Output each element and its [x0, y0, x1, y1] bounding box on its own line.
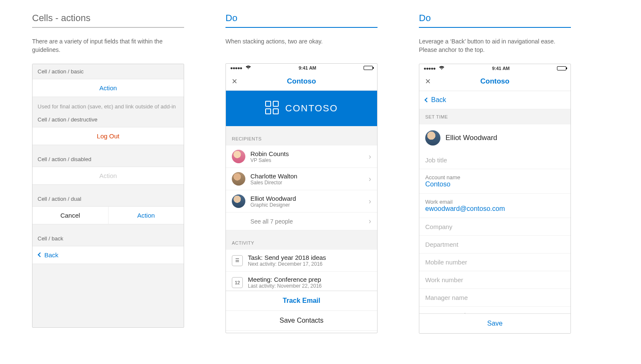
action-dual: Cancel Action: [33, 206, 184, 224]
see-all-label: See all 7 people: [250, 218, 364, 225]
avatar: [425, 130, 440, 146]
battery-icon: [557, 66, 566, 70]
task-icon: ☰: [232, 255, 243, 266]
chevron-right-icon: ›: [369, 175, 371, 183]
signal-icon: ●●●●●: [424, 66, 435, 71]
recipient-row[interactable]: Robin Counts VP Sales ›: [226, 146, 377, 168]
field-placeholder: Work number: [425, 276, 565, 283]
recipient-row[interactable]: Elliot Woodward Graphic Designer ›: [226, 190, 377, 213]
phone-mock-1: ●●●●● 9:41 AM × Contoso CONTOSO: [225, 63, 378, 333]
field-placeholder: Department: [425, 241, 565, 248]
form-field[interactable]: Job title: [419, 151, 570, 169]
helper-text: Used for final action (save, etc) and li…: [33, 97, 184, 116]
brand-banner: CONTOSO: [226, 91, 377, 126]
avatar: [232, 150, 245, 163]
field-label: Work email: [425, 199, 565, 205]
col2-desc: When stacking actions, two are okay.: [225, 37, 378, 54]
save-contacts-button[interactable]: Save Contacts: [226, 311, 377, 331]
cells-panel: Cell / action / basic Action Used for fi…: [32, 64, 184, 328]
cells-actions-column: Cells - actions There are a variety of i…: [32, 13, 184, 334]
chevron-left-icon: [424, 97, 429, 102]
activity-sub: Last activity: November 22, 2016: [248, 283, 371, 289]
section-activity: ACTIVITY: [226, 230, 377, 250]
nav-title: Contoso: [481, 77, 510, 86]
label-basic: Cell / action / basic: [33, 64, 184, 79]
save-button[interactable]: Save: [419, 313, 570, 333]
nav-bar: × Contoso: [226, 72, 377, 91]
avatar: [232, 172, 245, 186]
chevron-right-icon: ›: [369, 197, 371, 206]
col1-title: Cells - actions: [32, 13, 184, 27]
col2-title: Do: [225, 13, 378, 27]
status-bar: ●●●●● 9:41 AM: [419, 64, 570, 73]
field-value: ewoodward@contoso.com: [425, 205, 565, 213]
recipient-role: Graphic Designer: [250, 202, 364, 208]
person-name: Elliot Woodward: [445, 134, 497, 142]
calendar-icon: 12: [232, 277, 243, 288]
activity-row[interactable]: ☰ Task: Send year 2018 ideas Next activi…: [226, 250, 377, 272]
close-icon[interactable]: ×: [425, 77, 431, 86]
action-basic[interactable]: Action: [33, 79, 184, 97]
dual-cancel[interactable]: Cancel: [33, 207, 109, 224]
chevron-right-icon: ›: [369, 152, 371, 161]
form-field[interactable]: Account nameContoso: [419, 169, 570, 194]
status-bar: ●●●●● 9:41 AM: [226, 64, 377, 72]
section-recipients: RECIPIENTS: [226, 126, 377, 146]
activity-title: Task: Send year 2018 ideas: [248, 254, 371, 261]
form-field[interactable]: Work number: [419, 271, 570, 289]
do-back-button-column: Do Leverage a ‘Back’ button to aid in na…: [419, 13, 571, 334]
field-value: Contoso: [425, 181, 565, 188]
col1-desc: There are a variety of input fields that…: [32, 37, 184, 54]
brand-logo-icon: [265, 101, 280, 116]
nav-title: Contoso: [287, 77, 316, 86]
phone-mock-2: ●●●●● 9:41 AM × Contoso Back SET TIME: [419, 64, 571, 334]
action-destructive[interactable]: Log Out: [33, 127, 184, 145]
label-destructive: Cell / action / destructive: [33, 116, 184, 127]
see-all-row[interactable]: See all 7 people ›: [226, 213, 377, 230]
person-row: Elliot Woodward: [419, 124, 570, 151]
recipient-name: Elliot Woodward: [250, 195, 364, 202]
form-field[interactable]: Manager name: [419, 289, 570, 307]
back-row[interactable]: Back: [419, 91, 570, 109]
stacked-actions: Track Email Save Contacts: [226, 291, 377, 331]
recipient-name: Robin Counts: [250, 150, 364, 157]
signal-icon: ●●●●●: [230, 65, 242, 70]
chevron-left-icon: [38, 253, 42, 257]
chevron-right-icon: ›: [369, 217, 371, 226]
form-field[interactable]: Department: [419, 236, 570, 253]
close-icon[interactable]: ×: [232, 77, 237, 86]
field-placeholder: Job title: [425, 156, 565, 164]
avatar: [232, 194, 245, 208]
status-time: 9:41 AM: [299, 65, 316, 70]
brand-text: CONTOSO: [285, 103, 338, 114]
field-placeholder: Mobile number: [425, 259, 565, 266]
label-back: Cell / back: [33, 224, 184, 246]
label-dual: Cell / action / dual: [33, 185, 184, 206]
field-label: Account name: [425, 174, 565, 181]
field-placeholder: Manager name: [425, 294, 565, 301]
field-placeholder: Company: [425, 223, 565, 230]
activity-sub: Next activity: December 17, 2016: [248, 261, 371, 267]
wifi-icon: [439, 66, 445, 71]
label-disabled: Cell / action / disabled: [33, 145, 184, 167]
back-label: Back: [431, 96, 446, 104]
do-stacked-actions-column: Do When stacking actions, two are okay. …: [225, 13, 378, 334]
form-field[interactable]: Work emailewoodward@contoso.com: [419, 194, 570, 218]
activity-row[interactable]: 12 Meeting: Conference prep Last activit…: [226, 272, 377, 293]
col3-title: Do: [419, 13, 571, 27]
recipient-row[interactable]: Charlotte Walton Sales Director ›: [226, 168, 377, 190]
battery-icon: [364, 66, 373, 70]
dual-action[interactable]: Action: [109, 207, 184, 224]
nav-bar: × Contoso: [419, 73, 570, 91]
form-field[interactable]: Company: [419, 218, 570, 236]
recipient-role: VP Sales: [250, 157, 364, 163]
track-email-button[interactable]: Track Email: [226, 291, 377, 311]
action-back[interactable]: Back: [33, 246, 184, 264]
form-field[interactable]: Mobile number: [419, 253, 570, 271]
activity-title: Meeting: Conference prep: [248, 276, 371, 283]
recipient-name: Charlotte Walton: [250, 173, 364, 180]
col3-desc: Leverage a ‘Back’ button to aid in navig…: [419, 37, 571, 54]
section-set-time: SET TIME: [419, 109, 570, 124]
action-disabled: Action: [33, 167, 184, 185]
status-time: 9:41 AM: [492, 66, 510, 71]
